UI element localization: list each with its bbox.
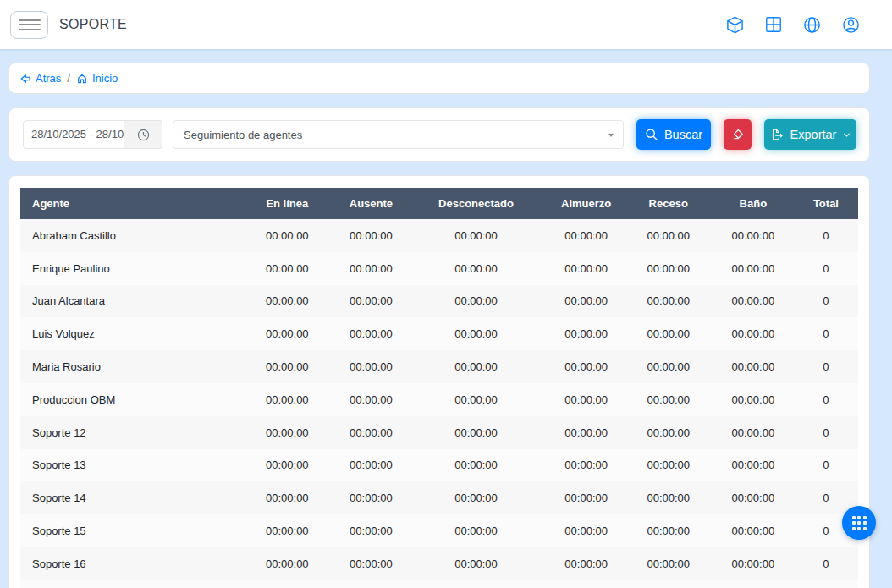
- online-cell: 00:00:00: [236, 514, 338, 547]
- total-cell: 0: [794, 317, 858, 350]
- agents-table-card: AgenteEn líneaAusenteDesconectadoAlmuerz…: [8, 175, 870, 588]
- bath-cell: 00:00:00: [713, 383, 794, 416]
- away-cell: 00:00:00: [338, 514, 404, 547]
- away-cell: 00:00:00: [338, 252, 404, 285]
- offline-cell: 00:00:00: [404, 547, 548, 580]
- globe-icon[interactable]: [802, 15, 822, 35]
- lunch-cell: 00:00:00: [548, 252, 625, 285]
- user-icon[interactable]: [841, 15, 861, 35]
- away-cell: 00:00:00: [338, 285, 404, 318]
- break-cell: 00:00:00: [625, 285, 713, 318]
- filter-bar: 28/10/2025 - 28/10/2025 Seguimiento de a…: [8, 107, 870, 162]
- break-cell: 00:00:00: [625, 350, 713, 383]
- table-row: Luis Volquez00:00:0000:00:0000:00:0000:0…: [20, 317, 858, 350]
- away-cell: 00:00:00: [338, 383, 404, 416]
- clear-button[interactable]: [724, 119, 752, 150]
- table-row: Soporte 1500:00:0000:00:0000:00:0000:00:…: [20, 514, 858, 547]
- lunch-cell: 00:00:00: [548, 416, 625, 449]
- offline-cell: 00:00:00: [404, 481, 548, 514]
- bath-cell: 00:00:00: [713, 449, 794, 482]
- break-cell: 00:00:00: [625, 547, 713, 580]
- break-cell: 00:00:00: [625, 219, 713, 252]
- column-header: Agente: [20, 188, 236, 219]
- online-cell: 00:00:00: [236, 481, 338, 514]
- search-icon: [645, 128, 658, 141]
- break-cell: 00:00:00: [625, 383, 713, 416]
- table-row: Soporte 1200:00:0000:00:0000:00:0000:00:…: [20, 416, 858, 449]
- offline-cell: 00:00:00: [404, 285, 548, 318]
- bath-cell: 00:00:00: [713, 514, 794, 547]
- agent-name-cell: Soporte 15: [20, 514, 236, 547]
- breadcrumb-back[interactable]: Atras: [19, 72, 61, 85]
- total-cell: 0: [794, 416, 858, 449]
- table-row: Soporte 1300:00:0000:00:0000:00:0000:00:…: [20, 449, 858, 482]
- online-cell: 00:00:00: [236, 317, 338, 350]
- lunch-cell: 00:00:00: [548, 514, 625, 547]
- export-button[interactable]: Exportar: [764, 119, 856, 150]
- agent-name-cell: Soporte 16: [20, 547, 236, 580]
- offline-cell: 00:00:00: [404, 383, 548, 416]
- agent-name-cell: Soporte 12: [20, 416, 236, 449]
- agent-name-cell: Luis Volquez: [20, 317, 236, 350]
- agent-name-cell: Enrique Paulino: [20, 252, 236, 285]
- back-arrow-icon: [19, 73, 31, 85]
- breadcrumb-home-label[interactable]: Inicio: [92, 72, 118, 85]
- clock-icon: [137, 129, 150, 141]
- total-cell: 0: [794, 219, 858, 252]
- date-range-group: 28/10/2025 - 28/10/2025: [23, 120, 162, 149]
- report-type-select[interactable]: Seguimiento de agentes: [173, 120, 624, 149]
- table-row: Soporte 1400:00:0000:00:0000:00:0000:00:…: [20, 481, 858, 514]
- lunch-cell: 00:00:00: [548, 317, 625, 350]
- offline-cell: 00:00:00: [404, 514, 548, 547]
- table-row-partial: [20, 580, 858, 588]
- bath-cell: 00:00:00: [713, 252, 794, 285]
- agent-name-cell: Juan Alcantara: [20, 285, 236, 318]
- table-row: Maria Rosario00:00:0000:00:0000:00:0000:…: [20, 350, 858, 383]
- lunch-cell: 00:00:00: [548, 285, 625, 318]
- lunch-cell: 00:00:00: [548, 219, 625, 252]
- table-row: Enrique Paulino00:00:0000:00:0000:00:000…: [20, 252, 858, 285]
- column-header: Ausente: [338, 188, 404, 219]
- breadcrumb-home[interactable]: Inicio: [76, 72, 118, 85]
- break-cell: 00:00:00: [625, 252, 713, 285]
- hamburger-menu-button[interactable]: [10, 11, 48, 39]
- lunch-cell: 00:00:00: [548, 350, 625, 383]
- online-cell: 00:00:00: [236, 449, 338, 482]
- away-cell: 00:00:00: [338, 449, 404, 482]
- total-cell: 0: [794, 252, 858, 285]
- agent-name-cell: Soporte 13: [20, 449, 236, 482]
- total-cell: 0: [794, 547, 858, 580]
- column-header: Almuerzo: [548, 188, 625, 219]
- total-cell: 0: [794, 449, 858, 482]
- online-cell: 00:00:00: [236, 252, 338, 285]
- select-caret-icon: [608, 134, 614, 137]
- apps-fab-button[interactable]: [842, 506, 876, 540]
- column-header: Total: [794, 188, 858, 219]
- lunch-cell: 00:00:00: [548, 547, 625, 580]
- column-header: Desconectado: [404, 188, 548, 219]
- breadcrumb-back-label[interactable]: Atras: [36, 72, 61, 85]
- total-cell: 0: [794, 285, 858, 318]
- break-cell: 00:00:00: [625, 514, 713, 547]
- online-cell: 00:00:00: [236, 219, 338, 252]
- bath-cell: 00:00:00: [713, 317, 794, 350]
- grid-window-icon[interactable]: [764, 15, 783, 34]
- agent-name-cell: Maria Rosario: [20, 350, 236, 383]
- offline-cell: 00:00:00: [404, 252, 548, 285]
- lunch-cell: 00:00:00: [548, 383, 625, 416]
- search-button[interactable]: Buscar: [636, 119, 711, 150]
- app-header: SOPORTE: [0, 0, 892, 49]
- online-cell: 00:00:00: [236, 350, 338, 383]
- bath-cell: 00:00:00: [713, 219, 794, 252]
- cube-icon[interactable]: [725, 15, 745, 35]
- date-range-input[interactable]: 28/10/2025 - 28/10/2025: [23, 120, 124, 149]
- table-body: Abraham Castillo00:00:0000:00:0000:00:00…: [20, 219, 858, 588]
- file-export-icon: [770, 128, 784, 141]
- date-picker-button[interactable]: [124, 120, 162, 149]
- away-cell: 00:00:00: [338, 547, 404, 580]
- break-cell: 00:00:00: [625, 416, 713, 449]
- away-cell: 00:00:00: [338, 481, 404, 514]
- online-cell: 00:00:00: [236, 416, 338, 449]
- online-cell: 00:00:00: [236, 285, 338, 318]
- table-row: Juan Alcantara00:00:0000:00:0000:00:0000…: [20, 285, 858, 318]
